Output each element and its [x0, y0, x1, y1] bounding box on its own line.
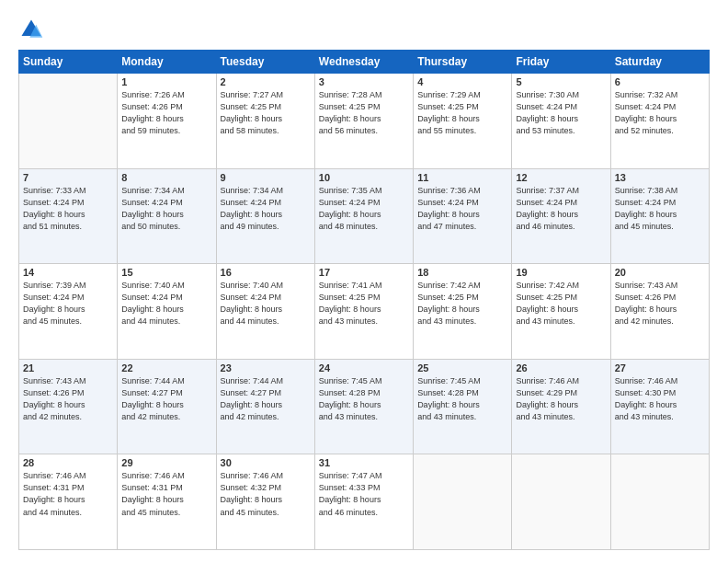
day-cell: 26Sunrise: 7:46 AMSunset: 4:29 PMDayligh… [512, 359, 610, 454]
day-info: Sunrise: 7:27 AMSunset: 4:25 PMDaylight:… [221, 89, 311, 137]
day-cell: 1Sunrise: 7:26 AMSunset: 4:26 PMDaylight… [118, 74, 216, 169]
day-info: Sunrise: 7:43 AMSunset: 4:26 PMDaylight:… [615, 280, 705, 327]
logo-icon [18, 17, 44, 42]
day-info: Sunrise: 7:47 AMSunset: 4:33 PMDaylight:… [319, 470, 409, 518]
day-info: Sunrise: 7:46 AMSunset: 4:30 PMDaylight:… [615, 375, 705, 423]
day-info: Sunrise: 7:34 AMSunset: 4:24 PMDaylight:… [221, 185, 311, 233]
day-number: 4 [417, 76, 507, 87]
day-info: Sunrise: 7:43 AMSunset: 4:26 PMDaylight:… [23, 375, 113, 423]
day-cell: 31Sunrise: 7:47 AMSunset: 4:33 PMDayligh… [314, 454, 413, 550]
calendar-header: SundayMondayTuesdayWednesdayThursdayFrid… [19, 51, 710, 74]
day-cell: 23Sunrise: 7:44 AMSunset: 4:27 PMDayligh… [216, 359, 314, 454]
day-cell: 2Sunrise: 7:27 AMSunset: 4:25 PMDaylight… [216, 74, 314, 169]
day-number: 26 [516, 362, 606, 373]
day-header-thursday: Thursday [414, 51, 512, 74]
day-header-wednesday: Wednesday [314, 51, 413, 74]
day-number: 27 [615, 362, 705, 373]
day-number: 14 [23, 267, 113, 278]
day-number: 25 [417, 362, 507, 373]
day-cell: 25Sunrise: 7:45 AMSunset: 4:28 PMDayligh… [414, 359, 512, 454]
day-cell: 5Sunrise: 7:30 AMSunset: 4:24 PMDaylight… [512, 74, 610, 169]
day-cell: 9Sunrise: 7:34 AMSunset: 4:24 PMDaylight… [216, 168, 314, 264]
week-row-2: 14Sunrise: 7:39 AMSunset: 4:24 PMDayligh… [19, 264, 710, 360]
day-header-monday: Monday [118, 51, 216, 74]
day-info: Sunrise: 7:36 AMSunset: 4:24 PMDaylight:… [417, 185, 507, 233]
day-number: 31 [319, 457, 409, 468]
day-info: Sunrise: 7:41 AMSunset: 4:25 PMDaylight:… [319, 280, 409, 327]
day-cell [414, 454, 512, 550]
day-cell: 16Sunrise: 7:40 AMSunset: 4:24 PMDayligh… [216, 264, 314, 360]
day-cell [19, 74, 118, 169]
day-number: 29 [121, 457, 211, 468]
day-cell: 11Sunrise: 7:36 AMSunset: 4:24 PMDayligh… [414, 168, 512, 264]
day-number: 12 [516, 172, 606, 183]
week-row-3: 21Sunrise: 7:43 AMSunset: 4:26 PMDayligh… [19, 359, 710, 454]
day-number: 8 [121, 172, 211, 183]
day-number: 22 [121, 362, 211, 373]
day-cell: 30Sunrise: 7:46 AMSunset: 4:32 PMDayligh… [216, 454, 314, 550]
day-number: 1 [121, 76, 211, 87]
day-number: 28 [23, 457, 113, 468]
week-row-1: 7Sunrise: 7:33 AMSunset: 4:24 PMDaylight… [19, 168, 710, 264]
header-row: SundayMondayTuesdayWednesdayThursdayFrid… [19, 51, 710, 74]
day-cell: 6Sunrise: 7:32 AMSunset: 4:24 PMDaylight… [610, 74, 709, 169]
day-number: 19 [516, 267, 606, 278]
day-info: Sunrise: 7:32 AMSunset: 4:24 PMDaylight:… [615, 89, 705, 137]
day-info: Sunrise: 7:28 AMSunset: 4:25 PMDaylight:… [319, 89, 409, 137]
day-number: 20 [615, 267, 705, 278]
week-row-0: 1Sunrise: 7:26 AMSunset: 4:26 PMDaylight… [19, 74, 710, 169]
day-number: 6 [615, 76, 705, 87]
day-cell: 21Sunrise: 7:43 AMSunset: 4:26 PMDayligh… [19, 359, 118, 454]
day-info: Sunrise: 7:46 AMSunset: 4:31 PMDaylight:… [23, 470, 113, 518]
day-cell: 28Sunrise: 7:46 AMSunset: 4:31 PMDayligh… [19, 454, 118, 550]
day-header-sunday: Sunday [19, 51, 118, 74]
day-cell: 19Sunrise: 7:42 AMSunset: 4:25 PMDayligh… [512, 264, 610, 360]
calendar-table: SundayMondayTuesdayWednesdayThursdayFrid… [18, 50, 710, 550]
day-cell: 3Sunrise: 7:28 AMSunset: 4:25 PMDaylight… [314, 74, 413, 169]
day-number: 5 [516, 76, 606, 87]
day-header-friday: Friday [512, 51, 610, 74]
day-info: Sunrise: 7:40 AMSunset: 4:24 PMDaylight:… [221, 280, 311, 327]
day-cell: 4Sunrise: 7:29 AMSunset: 4:25 PMDaylight… [414, 74, 512, 169]
day-cell [512, 454, 610, 550]
day-header-saturday: Saturday [610, 51, 709, 74]
day-info: Sunrise: 7:37 AMSunset: 4:24 PMDaylight:… [516, 185, 606, 233]
day-number: 3 [319, 76, 409, 87]
day-cell: 22Sunrise: 7:44 AMSunset: 4:27 PMDayligh… [118, 359, 216, 454]
day-cell: 20Sunrise: 7:43 AMSunset: 4:26 PMDayligh… [610, 264, 709, 360]
day-number: 30 [221, 457, 311, 468]
day-info: Sunrise: 7:26 AMSunset: 4:26 PMDaylight:… [121, 89, 211, 137]
day-number: 10 [319, 172, 409, 183]
day-info: Sunrise: 7:42 AMSunset: 4:25 PMDaylight:… [516, 280, 606, 327]
day-cell [610, 454, 709, 550]
day-cell: 27Sunrise: 7:46 AMSunset: 4:30 PMDayligh… [610, 359, 709, 454]
day-cell: 17Sunrise: 7:41 AMSunset: 4:25 PMDayligh… [314, 264, 413, 360]
day-info: Sunrise: 7:45 AMSunset: 4:28 PMDaylight:… [417, 375, 507, 423]
day-number: 15 [121, 267, 211, 278]
day-cell: 10Sunrise: 7:35 AMSunset: 4:24 PMDayligh… [314, 168, 413, 264]
day-cell: 12Sunrise: 7:37 AMSunset: 4:24 PMDayligh… [512, 168, 610, 264]
day-cell: 24Sunrise: 7:45 AMSunset: 4:28 PMDayligh… [314, 359, 413, 454]
day-number: 2 [221, 76, 311, 87]
day-number: 13 [615, 172, 705, 183]
page: SundayMondayTuesdayWednesdayThursdayFrid… [0, 0, 728, 563]
day-number: 17 [319, 267, 409, 278]
day-number: 21 [23, 362, 113, 373]
header [18, 17, 710, 42]
day-info: Sunrise: 7:38 AMSunset: 4:24 PMDaylight:… [615, 185, 705, 233]
logo [18, 17, 48, 42]
day-number: 9 [221, 172, 311, 183]
day-info: Sunrise: 7:30 AMSunset: 4:24 PMDaylight:… [516, 89, 606, 137]
day-number: 24 [319, 362, 409, 373]
day-cell: 15Sunrise: 7:40 AMSunset: 4:24 PMDayligh… [118, 264, 216, 360]
day-info: Sunrise: 7:34 AMSunset: 4:24 PMDaylight:… [121, 185, 211, 233]
day-number: 18 [417, 267, 507, 278]
day-info: Sunrise: 7:46 AMSunset: 4:29 PMDaylight:… [516, 375, 606, 423]
day-header-tuesday: Tuesday [216, 51, 314, 74]
day-info: Sunrise: 7:42 AMSunset: 4:25 PMDaylight:… [417, 280, 507, 327]
day-number: 7 [23, 172, 113, 183]
day-info: Sunrise: 7:35 AMSunset: 4:24 PMDaylight:… [319, 185, 409, 233]
week-row-4: 28Sunrise: 7:46 AMSunset: 4:31 PMDayligh… [19, 454, 710, 550]
day-cell: 18Sunrise: 7:42 AMSunset: 4:25 PMDayligh… [414, 264, 512, 360]
day-info: Sunrise: 7:40 AMSunset: 4:24 PMDaylight:… [121, 280, 211, 327]
